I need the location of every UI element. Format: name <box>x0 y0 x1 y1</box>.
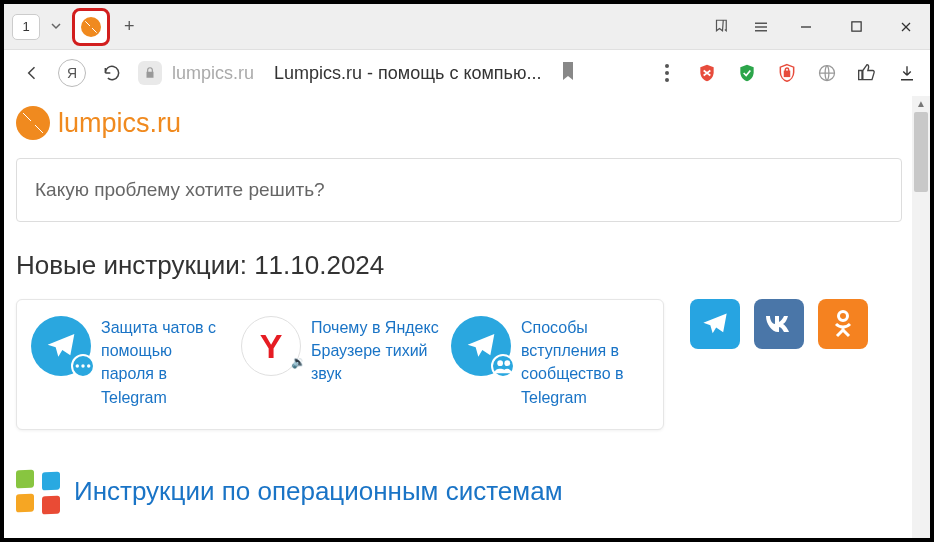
article-link[interactable]: Защита чатов с помощью пароля в Telegram <box>101 316 229 409</box>
social-telegram[interactable] <box>690 299 740 349</box>
svg-point-7 <box>665 64 669 68</box>
bookmark-flag-icon[interactable] <box>561 62 575 85</box>
article-card[interactable]: Y 🔉 Почему в Яндекс Браузере тихий звук <box>235 316 445 409</box>
lock-icon[interactable] <box>138 61 162 85</box>
active-tab-favicon[interactable] <box>72 8 110 46</box>
maximize-button[interactable] <box>840 15 872 39</box>
svg-point-8 <box>665 71 669 75</box>
titlebar-right <box>710 15 922 39</box>
close-button[interactable] <box>890 15 922 39</box>
protect-icon[interactable] <box>736 62 758 84</box>
feedback-icon[interactable] <box>856 62 878 84</box>
url-host: lumpics.ru <box>172 63 254 84</box>
titlebar: 1 + <box>4 4 930 50</box>
menu-icon[interactable] <box>750 16 772 38</box>
site-logo[interactable]: lumpics.ru <box>16 106 930 140</box>
password-badge-icon <box>71 354 95 378</box>
svg-point-9 <box>665 78 669 82</box>
titlebar-left: 1 + <box>12 8 141 46</box>
group-badge-icon <box>491 354 515 378</box>
svg-point-14 <box>87 364 90 367</box>
url-box[interactable]: lumpics.ru Lumpics.ru - помощь с компью.… <box>138 61 646 85</box>
addressbar: Я lumpics.ru Lumpics.ru - помощь с компь… <box>4 50 930 96</box>
sound-icon: 🔉 <box>291 355 306 369</box>
lumpics-logo-icon <box>16 106 50 140</box>
telegram-icon <box>31 316 91 376</box>
scroll-up-icon[interactable]: ▲ <box>912 98 930 109</box>
tab-caret-icon[interactable] <box>48 15 64 39</box>
social-ok[interactable] <box>818 299 868 349</box>
svg-point-15 <box>497 360 503 366</box>
scrollbar-thumb[interactable] <box>914 112 928 192</box>
article-card[interactable]: Защита чатов с помощью пароля в Telegram <box>25 316 235 409</box>
kebab-icon[interactable] <box>656 62 678 84</box>
yandex-browser-icon: Y 🔉 <box>241 316 301 376</box>
reload-button[interactable] <box>96 57 128 89</box>
windows-logo-icon <box>16 470 60 514</box>
svg-point-13 <box>81 364 84 367</box>
lumpics-favicon-icon <box>81 17 101 37</box>
telegram-icon <box>451 316 511 376</box>
tab-counter[interactable]: 1 <box>12 14 40 40</box>
bookmarks-icon[interactable] <box>710 16 732 38</box>
os-section[interactable]: Инструкции по операционным системам <box>16 470 930 514</box>
svg-point-17 <box>839 312 848 321</box>
page-content: lumpics.ru Какую проблему хотите решить?… <box>4 96 930 538</box>
search-input[interactable]: Какую проблему хотите решить? <box>16 158 902 222</box>
back-button[interactable] <box>16 57 48 89</box>
adblock-icon[interactable] <box>696 62 718 84</box>
svg-point-16 <box>504 360 510 366</box>
section-title: Новые инструкции: 11.10.2024 <box>16 250 930 281</box>
yandex-home-icon[interactable]: Я <box>58 59 86 87</box>
article-link[interactable]: Способы вступления в сообщество в Telegr… <box>521 316 649 409</box>
svg-point-12 <box>76 364 79 367</box>
article-card[interactable]: Способы вступления в сообщество в Telegr… <box>445 316 655 409</box>
translate-icon[interactable] <box>816 62 838 84</box>
svg-rect-4 <box>851 22 860 31</box>
social-links <box>690 299 868 349</box>
security-shield-icon[interactable] <box>776 62 798 84</box>
site-logo-text: lumpics.ru <box>58 108 181 139</box>
minimize-button[interactable] <box>790 15 822 39</box>
address-right <box>656 62 918 84</box>
downloads-icon[interactable] <box>896 62 918 84</box>
svg-rect-10 <box>785 71 790 76</box>
new-tab-button[interactable]: + <box>118 12 141 41</box>
article-link[interactable]: Почему в Яндекс Браузере тихий звук <box>311 316 439 386</box>
cards-row: Защита чатов с помощью пароля в Telegram… <box>16 299 930 430</box>
social-vk[interactable] <box>754 299 804 349</box>
article-cards: Защита чатов с помощью пароля в Telegram… <box>16 299 664 430</box>
vertical-scrollbar[interactable]: ▲ <box>912 96 930 538</box>
url-title: Lumpics.ru - помощь с компью... <box>274 63 541 84</box>
os-section-title: Инструкции по операционным системам <box>74 476 563 507</box>
